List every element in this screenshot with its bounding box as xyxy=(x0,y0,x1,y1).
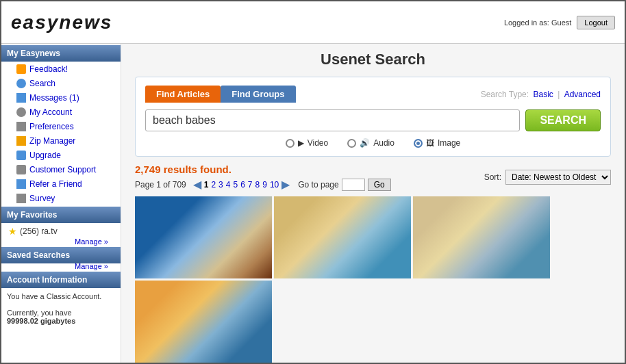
sidebar-item-my-account[interactable]: My Account xyxy=(1,105,121,119)
page-info: Page 1 of 709 xyxy=(135,180,186,190)
favorites-label: (256) ra.tv xyxy=(20,226,58,236)
result-image-2[interactable] xyxy=(274,196,411,278)
results-header: 2,749 results found. Page 1 of 709 ◀ 1 2… xyxy=(135,164,611,191)
tab-find-groups[interactable]: Find Groups xyxy=(221,86,295,103)
tab-bar: Find Articles Find Groups Search Type: B… xyxy=(145,86,601,103)
account-info: You have a Classic Account. Currently, y… xyxy=(1,288,121,329)
page-1[interactable]: 1 xyxy=(204,180,209,190)
main-layout: My Easynews Feedback! Search Messages (1… xyxy=(1,44,625,363)
image-radio[interactable] xyxy=(414,139,423,148)
page-title: Usenet Search xyxy=(135,51,611,68)
upgrade-icon xyxy=(16,151,26,160)
sidebar-item-upgrade[interactable]: Upgrade xyxy=(1,148,121,162)
header-right: Logged in as: Guest Logout xyxy=(504,16,615,29)
pagination: Page 1 of 709 ◀ 1 2 3 4 5 6 7 8 9 10 xyxy=(135,178,391,191)
search-icon xyxy=(16,79,26,88)
media-type-image[interactable]: 🖼 Image xyxy=(414,138,460,148)
sidebar: My Easynews Feedback! Search Messages (1… xyxy=(1,44,121,363)
image-grid xyxy=(135,196,611,363)
prefs-icon xyxy=(16,122,26,131)
video-label: Video xyxy=(308,138,328,148)
sort-select[interactable]: Date: Newest to Oldest xyxy=(505,170,611,185)
result-image-1[interactable] xyxy=(135,196,272,278)
goto-input[interactable] xyxy=(342,179,365,191)
my-easynews-header: My Easynews xyxy=(1,45,121,62)
results-count: 2,749 results found. xyxy=(135,164,391,175)
account-icon xyxy=(16,107,26,117)
survey-icon xyxy=(16,194,26,203)
account-gigabytes: 99998.02 gigabytes xyxy=(7,317,115,325)
page-9[interactable]: 9 xyxy=(262,180,267,190)
page-6[interactable]: 6 xyxy=(240,180,245,190)
goto-label: Go to page xyxy=(298,180,338,190)
image-icon: 🖼 xyxy=(426,138,434,148)
media-type-audio[interactable]: 🔊 Audio xyxy=(347,138,395,148)
search-row: SEARCH xyxy=(145,109,601,131)
page-10[interactable]: 10 xyxy=(270,180,279,190)
image-label: Image xyxy=(438,138,460,148)
goto-area: Go to page Go xyxy=(298,179,390,191)
search-button[interactable]: SEARCH xyxy=(525,109,601,131)
audio-icon: 🔊 xyxy=(360,138,370,148)
refer-icon xyxy=(16,179,26,189)
page-5[interactable]: 5 xyxy=(233,180,238,190)
page-4[interactable]: 4 xyxy=(226,180,231,190)
results-info: 2,749 results found. Page 1 of 709 ◀ 1 2… xyxy=(135,164,391,191)
search-type-label: Search Type: xyxy=(481,90,529,99)
account-info-line2: Currently, you have xyxy=(7,309,115,317)
account-info-header: Account Information xyxy=(1,272,121,288)
sidebar-item-zip-manager[interactable]: Zip Manager xyxy=(1,133,121,148)
logo-text: easynews xyxy=(11,12,112,33)
audio-label: Audio xyxy=(373,138,395,148)
next-page-button[interactable]: ▶ xyxy=(281,178,290,191)
tab-find-articles[interactable]: Find Articles xyxy=(145,86,221,103)
page-2[interactable]: 2 xyxy=(211,180,216,190)
search-box-area: Find Articles Find Groups Search Type: B… xyxy=(135,77,611,157)
video-radio[interactable] xyxy=(286,139,295,148)
sidebar-item-feedback[interactable]: Feedback! xyxy=(1,62,121,76)
sort-label: Sort: xyxy=(484,172,501,182)
favorites-manage-link[interactable]: Manage » xyxy=(75,237,115,246)
sidebar-item-preferences[interactable]: Preferences xyxy=(1,119,121,133)
search-type-basic[interactable]: Basic xyxy=(533,90,553,99)
sidebar-item-search[interactable]: Search xyxy=(1,76,121,90)
feedback-icon xyxy=(16,64,26,74)
my-favorites-header: My Favorites xyxy=(1,207,121,223)
media-types: ▶ Video 🔊 Audio 🖼 Image xyxy=(145,138,601,148)
search-type-sep: | xyxy=(558,90,562,99)
header: easynews Logged in as: Guest Logout xyxy=(1,1,625,44)
sidebar-item-survey[interactable]: Survey xyxy=(1,191,121,205)
search-type-advanced[interactable]: Advanced xyxy=(564,90,601,99)
account-info-line1: You have a Classic Account. xyxy=(7,292,115,300)
logo: easynews xyxy=(11,12,112,34)
audio-radio[interactable] xyxy=(347,139,356,148)
saved-searches-manage-link[interactable]: Manage » xyxy=(75,262,115,270)
sidebar-item-refer-friend[interactable]: Refer a Friend xyxy=(1,177,121,191)
content-area: Usenet Search Find Articles Find Groups … xyxy=(121,44,625,363)
saved-searches-manage-row: Manage » xyxy=(1,262,121,270)
zip-icon xyxy=(16,136,26,146)
messages-icon xyxy=(16,93,26,103)
page-3[interactable]: 3 xyxy=(218,180,223,190)
prev-page-button[interactable]: ◀ xyxy=(193,178,201,191)
sort-area: Sort: Date: Newest to Oldest xyxy=(484,170,611,185)
search-type-selector: Search Type: Basic | Advanced xyxy=(479,90,601,99)
star-icon: ★ xyxy=(8,226,17,237)
goto-button[interactable]: Go xyxy=(368,179,391,191)
sidebar-item-messages[interactable]: Messages (1) xyxy=(1,90,121,105)
favorites-item[interactable]: ★ (256) ra.tv xyxy=(1,223,121,239)
sidebar-item-customer-support[interactable]: Customer Support xyxy=(1,162,121,177)
search-input[interactable] xyxy=(145,109,520,131)
logout-button[interactable]: Logout xyxy=(577,16,615,29)
media-type-video[interactable]: ▶ Video xyxy=(286,138,328,148)
favorites-manage-row: Manage » xyxy=(1,237,121,246)
page-7[interactable]: 7 xyxy=(248,180,253,190)
saved-searches-header: Saved Searches xyxy=(1,247,121,263)
logged-in-label: Logged in as: Guest xyxy=(504,18,571,27)
result-image-4[interactable] xyxy=(135,281,272,363)
support-icon xyxy=(16,165,26,174)
result-image-3[interactable] xyxy=(413,196,550,278)
video-icon: ▶ xyxy=(298,138,304,148)
tabs: Find Articles Find Groups xyxy=(145,86,296,103)
page-8[interactable]: 8 xyxy=(255,180,260,190)
